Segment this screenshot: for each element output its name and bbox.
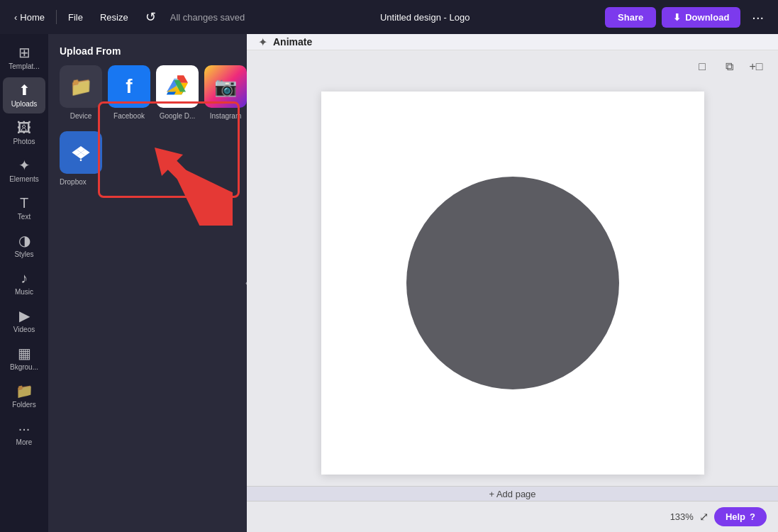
gdrive-icon-box xyxy=(156,65,199,108)
share-button[interactable]: Share xyxy=(605,7,656,28)
canvas-page[interactable] xyxy=(321,92,704,475)
topbar: ‹ Home File Resize ↺ All changes saved U… xyxy=(0,0,778,34)
home-label: Home xyxy=(20,12,45,23)
sidebar-item-text[interactable]: T Text xyxy=(3,190,45,226)
dropbox-label: Dropbox xyxy=(60,178,87,186)
add-page-icon: +□ xyxy=(749,60,762,73)
upload-from-header: Upload From xyxy=(60,45,235,57)
sidebar-item-templates[interactable]: ⊞ Templat... xyxy=(3,40,45,76)
upload-source-facebook[interactable]: f Facebook xyxy=(108,65,150,120)
canvas-area: ✦ Animate □ ⧉ +□ + Add page 1 xyxy=(247,34,778,532)
facebook-label: Facebook xyxy=(113,112,145,120)
sidebar-item-music[interactable]: ♪ Music xyxy=(3,265,45,301)
elements-icon: ✦ xyxy=(18,158,30,172)
animate-bar: ✦ Animate xyxy=(247,34,778,50)
chevron-left-icon: ‹ xyxy=(14,12,17,23)
sidebar-item-background[interactable]: ▦ Bkgrou... xyxy=(3,340,45,377)
saved-status: All changes saved xyxy=(170,12,245,23)
animate-sparkle-icon: ✦ xyxy=(258,35,267,49)
notes-button[interactable]: □ xyxy=(691,56,713,77)
music-icon: ♪ xyxy=(21,271,28,285)
sidebar-panel: Upload From 📁 Device f Facebook xyxy=(48,34,247,532)
add-page-label: + Add page xyxy=(489,489,535,499)
help-button[interactable]: Help ? xyxy=(714,507,767,526)
resize-button[interactable]: Resize xyxy=(94,9,134,26)
dropbox-icon xyxy=(68,140,94,165)
gdrive-icon xyxy=(165,74,190,99)
zoom-level: 133% xyxy=(670,511,694,522)
duplicate-button[interactable]: ⧉ xyxy=(718,56,740,77)
facebook-icon-box: f xyxy=(108,65,150,108)
instagram-label: Instagram xyxy=(210,112,241,120)
help-icon: ? xyxy=(750,511,755,522)
document-title: Untitled design - Logo xyxy=(250,12,599,23)
background-icon: ▦ xyxy=(18,346,31,360)
file-menu-button[interactable]: File xyxy=(62,9,89,26)
folders-icon: 📁 xyxy=(16,384,33,398)
upload-source-googledrive[interactable]: Google D... xyxy=(156,65,199,120)
animate-label[interactable]: Animate xyxy=(273,36,312,48)
photos-icon: 🖼 xyxy=(17,121,31,135)
fullscreen-button[interactable]: ⤢ xyxy=(699,510,708,523)
home-button[interactable]: ‹ Home xyxy=(9,9,50,26)
help-label: Help xyxy=(726,511,745,522)
fullscreen-icon: ⤢ xyxy=(699,511,708,523)
sidebar-item-videos[interactable]: ▶ Videos xyxy=(3,303,45,339)
sidebar-item-styles[interactable]: ◑ Styles xyxy=(3,228,45,264)
main-area: ⊞ Templat... ⬆ Uploads 🖼 Photos ✦ Elemen… xyxy=(0,34,778,532)
notes-icon: □ xyxy=(699,60,706,73)
upload-sources-grid: 📁 Device f Facebook xyxy=(60,65,235,120)
sidebar-item-folders[interactable]: 📁 Folders xyxy=(3,378,45,414)
upload-source-device[interactable]: 📁 Device xyxy=(60,65,102,120)
device-icon-box: 📁 xyxy=(60,65,102,108)
instagram-icon: 📷 xyxy=(214,76,237,98)
uploads-icon: ⬆ xyxy=(18,83,30,97)
upload-source-instagram[interactable]: 📷 Instagram xyxy=(204,65,247,120)
canvas-circle-shape[interactable] xyxy=(406,177,619,389)
icon-rail: ⊞ Templat... ⬆ Uploads 🖼 Photos ✦ Elemen… xyxy=(0,34,48,532)
sidebar-item-elements[interactable]: ✦ Elements xyxy=(3,153,45,189)
device-label: Device xyxy=(70,112,92,120)
download-label: Download xyxy=(685,12,729,23)
more-icon: ··· xyxy=(18,421,30,436)
facebook-icon: f xyxy=(126,75,132,98)
download-icon: ⬇ xyxy=(673,12,681,23)
canvas-toolbar: □ ⧉ +□ xyxy=(247,50,778,80)
add-page-top-button[interactable]: +□ xyxy=(745,56,767,77)
canvas-wrapper xyxy=(247,80,778,486)
download-button[interactable]: ⬇ Download xyxy=(662,7,740,28)
collapse-sidebar-button[interactable]: ‹ xyxy=(238,266,247,300)
svg-point-2 xyxy=(80,159,82,161)
sidebar-item-more[interactable]: ··· More xyxy=(3,416,45,452)
more-options-button[interactable]: ··· xyxy=(746,6,769,28)
gdrive-label: Google D... xyxy=(160,112,196,120)
add-page-bar[interactable]: + Add page xyxy=(247,486,778,501)
bottom-bar: 133% ⤢ Help ? xyxy=(247,501,778,532)
styles-icon: ◑ xyxy=(18,233,30,248)
duplicate-icon: ⧉ xyxy=(726,60,733,73)
templates-icon: ⊞ xyxy=(18,45,30,60)
upload-from-title: Upload From xyxy=(60,45,121,57)
instagram-icon-box: 📷 xyxy=(204,65,247,108)
dropbox-icon-box xyxy=(60,131,102,174)
text-icon: T xyxy=(20,196,28,210)
undo-button[interactable]: ↺ xyxy=(140,6,162,28)
upload-source-dropbox[interactable]: Dropbox xyxy=(60,131,235,186)
topbar-divider xyxy=(56,10,57,24)
sidebar-item-uploads[interactable]: ⬆ Uploads xyxy=(3,77,45,113)
sidebar-item-photos[interactable]: 🖼 Photos xyxy=(3,115,45,151)
videos-icon: ▶ xyxy=(19,309,30,323)
device-icon: 📁 xyxy=(70,76,92,98)
